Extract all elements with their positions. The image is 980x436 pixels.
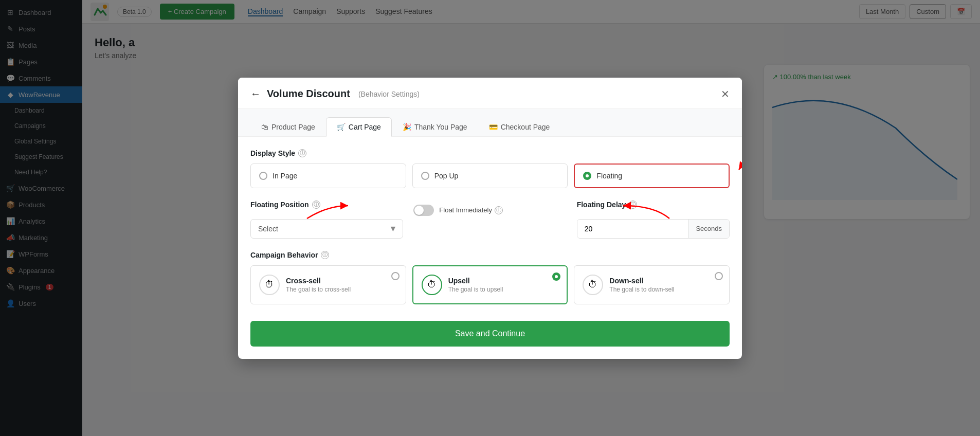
modal-tabs: 🛍 Product Page 🛒 Cart Page 🎉 Thank You P…: [238, 109, 742, 137]
campaign-options: ⏱ Cross-sell The goal is to cross-sell ⏱…: [250, 265, 730, 304]
floating-delay-label: Floating Delay ⓘ: [577, 201, 730, 209]
floating-delay-input[interactable]: [577, 220, 688, 238]
save-and-continue-button[interactable]: Save and Continue: [250, 321, 730, 347]
upsell-radio: [552, 272, 560, 281]
modal-title: Volume Discount: [267, 88, 350, 100]
float-immediately-label: Float Immediately ⓘ: [439, 206, 503, 214]
modal-body: Display Style ⓘ In Page Pop Up: [238, 137, 742, 359]
cross-sell-name: Cross-sell: [286, 277, 397, 285]
floating-position-group: Floating Position ⓘ Select Bottom Left B…: [250, 201, 403, 239]
modal: ← Volume Discount (Behavior Settings) ✕ …: [238, 78, 742, 359]
delay-input-row: Seconds: [577, 219, 730, 239]
floating-position-info-icon[interactable]: ⓘ: [312, 201, 320, 209]
modal-close-button[interactable]: ✕: [721, 88, 730, 100]
campaign-option-upsell[interactable]: ⏱ Upsell The goal is to upsell: [412, 265, 568, 304]
float-immediately-toggle[interactable]: [413, 205, 434, 216]
display-style-info-icon[interactable]: ⓘ: [298, 149, 306, 157]
settings-row: Floating Position ⓘ Select Bottom Left B…: [250, 201, 730, 239]
modal-subtitle: (Behavior Settings): [358, 90, 420, 98]
tab-thank-you-page[interactable]: 🎉 Thank You Page: [392, 117, 478, 137]
down-sell-desc: The goal is to down-sell: [609, 286, 721, 293]
checkout-tab-icon: 💳: [489, 123, 498, 131]
arrow-floating-position: [302, 195, 353, 221]
display-style-section-label: Display Style ⓘ: [250, 149, 730, 157]
cross-sell-info: Cross-sell The goal is to cross-sell: [286, 277, 397, 293]
floating-position-label: Floating Position ⓘ: [250, 201, 403, 209]
arrow-floating-delay: [618, 195, 680, 221]
upsell-name: Upsell: [448, 277, 559, 285]
in-page-radio: [259, 172, 267, 180]
tab-cart-page[interactable]: 🛒 Cart Page: [326, 117, 392, 137]
cart-page-tab-icon: 🛒: [337, 123, 346, 131]
floating-position-select[interactable]: Select Bottom Left Bottom Right Top Left…: [250, 219, 403, 239]
thank-you-tab-icon: 🎉: [403, 123, 411, 131]
campaign-behavior-info-icon[interactable]: ⓘ: [321, 251, 329, 259]
style-option-in-page[interactable]: In Page: [250, 164, 406, 188]
cross-sell-icon: ⏱: [259, 275, 280, 295]
modal-header: ← Volume Discount (Behavior Settings) ✕: [238, 78, 742, 109]
floating-delay-group: Floating Delay ⓘ Seconds: [577, 201, 730, 239]
down-sell-name: Down-sell: [609, 277, 721, 285]
tab-checkout-page[interactable]: 💳 Checkout Page: [478, 117, 561, 137]
upsell-info: Upsell The goal is to upsell: [448, 277, 559, 293]
upsell-icon: ⏱: [422, 275, 442, 295]
float-immediately-group: Float Immediately ⓘ: [413, 201, 566, 220]
modal-back-button[interactable]: ←: [250, 88, 261, 100]
product-page-tab-icon: 🛍: [261, 123, 268, 131]
float-immediately-row: Float Immediately ⓘ: [413, 201, 566, 216]
down-sell-icon: ⏱: [583, 275, 603, 295]
display-style-options: In Page Pop Up Floating: [250, 164, 730, 188]
float-immediately-info-icon[interactable]: ⓘ: [495, 206, 503, 214]
floating-delay-info-icon[interactable]: ⓘ: [629, 201, 637, 209]
down-sell-info: Down-sell The goal is to down-sell: [609, 277, 721, 293]
upsell-desc: The goal is to upsell: [448, 286, 559, 293]
modal-overlay: ← Volume Discount (Behavior Settings) ✕ …: [0, 0, 980, 436]
cross-sell-radio: [391, 272, 400, 280]
arrow-floating: [718, 139, 742, 180]
tab-product-page[interactable]: 🛍 Product Page: [250, 117, 326, 137]
popup-radio: [421, 172, 429, 180]
floating-position-select-wrapper: Select Bottom Left Bottom Right Top Left…: [250, 219, 403, 239]
style-option-floating[interactable]: Floating: [574, 164, 730, 188]
style-option-popup[interactable]: Pop Up: [412, 164, 568, 188]
floating-radio: [583, 172, 591, 180]
cross-sell-desc: The goal is to cross-sell: [286, 286, 397, 293]
campaign-option-down-sell[interactable]: ⏱ Down-sell The goal is to down-sell: [574, 265, 730, 304]
down-sell-radio: [715, 272, 723, 280]
campaign-option-cross-sell[interactable]: ⏱ Cross-sell The goal is to cross-sell: [250, 265, 406, 304]
campaign-behavior-label: Campaign Behavior ⓘ: [250, 251, 730, 259]
delay-suffix: Seconds: [688, 220, 729, 238]
